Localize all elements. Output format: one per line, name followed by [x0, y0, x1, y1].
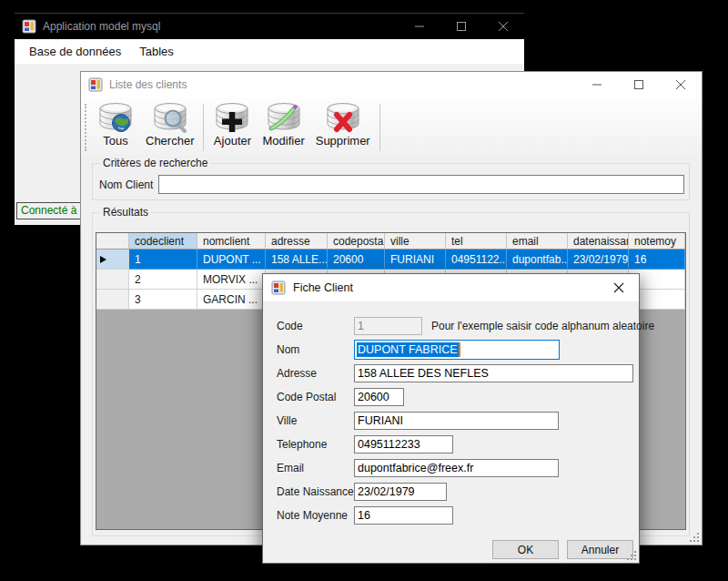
cell-ville[interactable]: FURIANI — [385, 250, 446, 270]
clients-close-button[interactable] — [660, 72, 702, 97]
chercher-button[interactable]: Chercher — [140, 100, 199, 148]
database-edit-icon — [265, 101, 303, 134]
ajouter-label: Ajouter — [214, 134, 251, 148]
database-delete-icon — [324, 101, 362, 134]
toolbar-separator — [379, 104, 380, 151]
database-globe-icon — [96, 101, 135, 134]
row-selector-cell[interactable] — [96, 270, 129, 290]
row-selector-cell[interactable] — [96, 290, 129, 310]
cell-codeclient[interactable]: 1 — [129, 250, 197, 270]
search-group-title: Critères de recherche — [100, 157, 210, 169]
database-search-icon — [151, 101, 189, 134]
resize-grip[interactable] — [627, 551, 636, 560]
app-minimize-button[interactable] — [399, 14, 440, 39]
supprimer-label: Supprimer — [316, 134, 370, 148]
chercher-label: Chercher — [146, 134, 194, 148]
col-header-email[interactable]: email — [507, 233, 568, 250]
supprimer-button[interactable]: Supprimer — [310, 100, 376, 148]
cell-nomclient[interactable]: GARCIN ... — [197, 290, 266, 310]
text-caret — [459, 342, 460, 357]
cell-email[interactable]: dupontfab... — [507, 250, 568, 270]
ok-button[interactable]: OK — [492, 540, 559, 559]
note-moyenne-label: Note Moyenne — [277, 509, 354, 522]
clients-maximize-button[interactable] — [618, 72, 660, 97]
grid-header-row: codeclient nomclient adresse codepostal … — [96, 233, 685, 250]
fiche-form: Code Pour l'exemple saisir code alphanum… — [263, 301, 639, 563]
code-label: Code — [277, 320, 354, 332]
fiche-client-dialog: Fiche Client Code Pour l'exemple saisir … — [262, 273, 640, 564]
row-selector-cell[interactable] — [96, 250, 129, 270]
modifier-label: Modifier — [262, 134, 304, 148]
col-header-tel[interactable]: tel — [446, 233, 507, 250]
col-header-datenaissance[interactable]: datenaissance — [568, 233, 629, 250]
cell-nomclient[interactable]: DUPONT ... — [197, 250, 266, 270]
note-moyenne-field[interactable] — [354, 506, 453, 525]
cell-codepostal[interactable]: 20600 — [328, 250, 385, 270]
date-naissance-field[interactable] — [354, 483, 447, 501]
code-postal-label: Code Postal — [277, 391, 354, 403]
clients-window-titlebar[interactable]: Liste des clients — [81, 72, 702, 97]
table-row[interactable]: 1 DUPONT ... 158 ALLE... 20600 FURIANI 0… — [96, 250, 685, 270]
cell-nomclient[interactable]: MORVIX ... — [197, 270, 266, 290]
clients-window-title: Liste des clients — [109, 78, 187, 91]
search-criteria-group: Critères de recherche Nom Client — [92, 163, 690, 200]
telephone-field[interactable] — [354, 435, 453, 454]
app-icon — [22, 19, 36, 34]
database-add-icon — [213, 101, 251, 134]
toolbar-grip[interactable] — [85, 104, 88, 151]
tous-button[interactable]: Tous — [91, 100, 140, 148]
fiche-dialog-title: Fiche Client — [293, 281, 353, 294]
form-icon — [271, 280, 286, 295]
email-label: Email — [277, 462, 354, 474]
results-group-title: Résultats — [100, 206, 151, 219]
adresse-label: Adresse — [277, 367, 354, 380]
cell-notemoy[interactable]: 16 — [629, 250, 685, 270]
current-row-arrow-icon — [100, 256, 106, 263]
toolbar-separator — [203, 104, 204, 151]
resize-grip[interactable] — [690, 533, 699, 542]
ville-label: Ville — [277, 414, 354, 427]
menu-tables[interactable]: Tables — [130, 41, 183, 62]
cell-codeclient[interactable]: 2 — [129, 270, 197, 290]
cell-adresse[interactable]: 158 ALLE... — [266, 250, 328, 270]
grid-corner-header[interactable] — [96, 233, 129, 250]
tous-label: Tous — [103, 134, 127, 148]
clients-minimize-button[interactable] — [576, 72, 618, 97]
app-maximize-button[interactable] — [440, 14, 482, 39]
app-window-titlebar[interactable]: Application model mysql — [15, 14, 524, 39]
cell-datenaissance[interactable]: 23/02/1979 — [568, 250, 629, 270]
nom-label: Nom — [277, 343, 354, 356]
clients-toolbar: Tous Chercher — [81, 97, 702, 156]
email-field[interactable] — [354, 459, 559, 477]
code-postal-field[interactable] — [354, 388, 404, 406]
app-menubar: Base de données Tables — [15, 39, 524, 64]
col-header-notemoy[interactable]: notemoy — [629, 233, 685, 250]
adresse-field[interactable] — [354, 364, 633, 382]
ajouter-button[interactable]: Ajouter — [207, 100, 257, 148]
telephone-label: Telephone — [277, 438, 354, 451]
app-close-button[interactable] — [482, 14, 524, 39]
ville-field[interactable] — [354, 412, 559, 430]
form-icon — [88, 77, 103, 92]
fiche-dialog-titlebar[interactable]: Fiche Client — [263, 274, 639, 301]
nom-selected-text: DUPONT FABRICE — [357, 342, 459, 357]
cell-tel[interactable]: 04951122... — [446, 250, 507, 270]
nom-client-input[interactable] — [158, 175, 684, 194]
app-window-title: Application model mysql — [43, 20, 160, 33]
modifier-button[interactable]: Modifier — [257, 100, 309, 148]
nom-field[interactable]: DUPONT FABRICE — [354, 340, 560, 360]
fiche-close-button[interactable] — [599, 274, 639, 301]
menu-base-de-donnees[interactable]: Base de données — [20, 41, 130, 62]
code-field — [354, 317, 422, 335]
cell-codeclient[interactable]: 3 — [129, 290, 197, 310]
col-header-nomclient[interactable]: nomclient — [197, 233, 266, 250]
col-header-codepostal[interactable]: codepostal — [328, 233, 385, 250]
nom-client-label: Nom Client — [99, 178, 153, 191]
date-naissance-label: Date Naissance — [277, 485, 354, 498]
col-header-adresse[interactable]: adresse — [266, 233, 328, 250]
col-header-codeclient[interactable]: codeclient — [129, 233, 197, 250]
cancel-button[interactable]: Annuler — [567, 540, 633, 559]
code-note: Pour l'exemple saisir code alphanum alea… — [431, 320, 654, 332]
col-header-ville[interactable]: ville — [385, 233, 446, 250]
